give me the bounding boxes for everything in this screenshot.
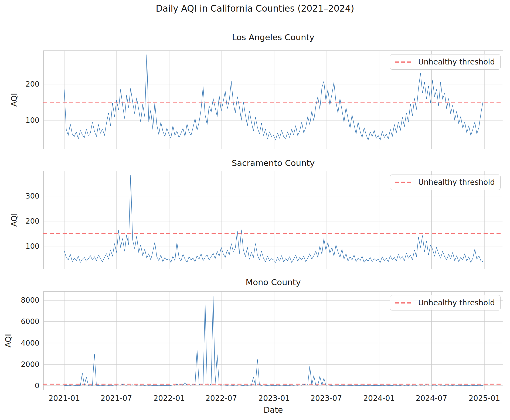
plot-area-los-angeles: Unhealthy threshold [43,50,503,149]
y-tick-label: 6000 [0,317,39,326]
subplot-title-sacramento: Sacramento County [43,158,503,168]
y-tick-label: 4000 [0,339,39,347]
legend: Unhealthy threshold [390,175,501,190]
figure-title: Daily AQI in California Counties (2021–2… [0,3,510,14]
plot-area-sacramento: Unhealthy threshold [43,171,503,269]
y-tick-label: 2000 [0,360,39,369]
subplot-title-mono: Mono County [43,277,503,287]
y-tick-label: 300 [0,192,39,200]
x-axis-label: Date [43,405,503,415]
y-tick-label: 100 [0,116,39,125]
threshold-legend-dash-icon [395,302,412,304]
legend-label: Unhealthy threshold [418,178,495,187]
x-tick-label: 2021-01 [43,394,86,403]
y-axis-label: AQI [9,93,19,107]
y-tick-label: 100 [0,242,39,251]
x-tick-label: 2024-07 [410,394,453,403]
subplot-title-los-angeles: Los Angeles County [43,32,503,42]
plot-area-mono: Unhealthy threshold [43,291,503,390]
y-tick-label: 0 [0,381,39,390]
aqi-figure: Daily AQI in California Counties (2021–2… [0,0,510,420]
threshold-legend-dash-icon [395,181,412,183]
x-tick-label: 2022-01 [148,394,191,403]
x-tick-label: 2021-07 [95,394,138,403]
threshold-legend-dash-icon [395,61,412,63]
legend-label: Unhealthy threshold [418,298,495,307]
y-tick-label: 8000 [0,296,39,305]
x-tick-label: 2025-01 [463,394,506,403]
x-tick-label: 2023-01 [253,394,296,403]
x-tick-label: 2023-07 [305,394,348,403]
legend: Unhealthy threshold [390,54,501,70]
legend: Unhealthy threshold [390,295,501,310]
y-tick-label: 200 [0,217,39,226]
y-tick-label: 200 [0,80,39,88]
x-tick-label: 2022-07 [200,394,243,403]
x-tick-label: 2024-01 [358,394,401,403]
legend-label: Unhealthy threshold [418,57,495,66]
